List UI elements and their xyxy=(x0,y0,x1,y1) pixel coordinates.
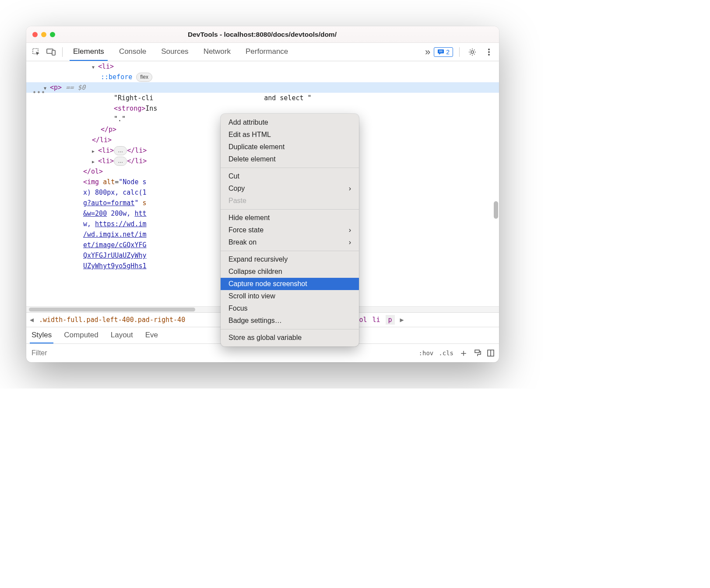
ctx-badge-settings[interactable]: Badge settings… xyxy=(221,315,359,327)
ellipsis-badge[interactable]: … xyxy=(114,146,127,155)
svg-rect-2 xyxy=(52,50,55,55)
ctx-break-on[interactable]: Break on› xyxy=(221,236,359,248)
dom-node[interactable]: </li> xyxy=(92,136,112,144)
url-link[interactable]: &w=200 xyxy=(83,210,107,217)
ctx-expand-recursively[interactable]: Expand recursively xyxy=(221,253,359,266)
tab-network[interactable]: Network xyxy=(200,43,234,61)
inspect-icon[interactable] xyxy=(30,46,43,59)
settings-icon[interactable] xyxy=(466,46,479,59)
ctx-store-global[interactable]: Store as global variable xyxy=(221,332,359,344)
ctx-duplicate-element[interactable]: Duplicate element xyxy=(221,141,359,153)
titlebar: DevTools - localhost:8080/docs/devtools/… xyxy=(26,26,499,43)
dom-node[interactable]: <strong> xyxy=(114,105,145,112)
breadcrumb-item[interactable]: p xyxy=(386,315,395,325)
dom-selected-node[interactable]: <p> xyxy=(50,84,62,91)
breadcrumb-item[interactable]: ol xyxy=(359,316,367,324)
kebab-menu-icon[interactable] xyxy=(482,46,496,59)
context-menu: Add attribute Edit as HTML Duplicate ele… xyxy=(221,114,359,346)
pseudo-before[interactable]: ::before xyxy=(101,73,132,81)
panel-tabs: Elements Console Sources Network Perform… xyxy=(70,43,292,61)
breadcrumb-item[interactable]: li xyxy=(372,316,380,324)
submenu-arrow-icon: › xyxy=(349,238,351,246)
submenu-arrow-icon: › xyxy=(349,185,351,192)
vertical-scrollbar[interactable] xyxy=(494,201,498,219)
filter-input[interactable] xyxy=(31,349,118,357)
svg-point-7 xyxy=(488,49,490,50)
styles-filter-row: :hov .cls ＋ xyxy=(26,344,499,362)
issues-count: 2 xyxy=(446,49,450,56)
devtools-window: DevTools - localhost:8080/docs/devtools/… xyxy=(26,26,499,362)
new-style-rule-icon[interactable]: ＋ xyxy=(459,346,468,360)
ellipsis-badge[interactable]: … xyxy=(114,157,127,166)
url-link[interactable]: g?auto=format xyxy=(83,199,134,207)
tab-elements[interactable]: Elements xyxy=(70,43,108,61)
tab-sources[interactable]: Sources xyxy=(158,43,192,61)
svg-point-8 xyxy=(488,51,490,53)
ctx-collapse-children[interactable]: Collapse children xyxy=(221,266,359,278)
scroll-left-icon[interactable]: ◀ xyxy=(30,316,34,324)
flex-badge[interactable]: flex xyxy=(136,73,152,82)
collapsed-node[interactable]: <li> xyxy=(98,147,114,154)
ctx-focus[interactable]: Focus xyxy=(221,302,359,315)
issues-badge[interactable]: 2 xyxy=(434,47,453,57)
text-node[interactable]: and select " xyxy=(264,94,311,102)
submenu-arrow-icon: › xyxy=(349,226,351,234)
ctx-cut[interactable]: Cut xyxy=(221,170,359,182)
url-link[interactable]: htt xyxy=(134,210,146,217)
subtab-layout[interactable]: Layout xyxy=(109,327,135,343)
subtab-styles[interactable]: Styles xyxy=(30,327,53,343)
text-node[interactable]: Ins xyxy=(145,105,157,112)
img-node[interactable]: <img xyxy=(83,178,99,186)
svg-rect-10 xyxy=(475,350,479,353)
toolbar: Elements Console Sources Network Perform… xyxy=(26,43,499,61)
chat-icon xyxy=(437,49,444,55)
svg-point-9 xyxy=(488,54,490,56)
breadcrumb-item[interactable]: .width-full.pad-left-400.pad-right-40 xyxy=(39,316,185,324)
dom-node[interactable]: <li> xyxy=(98,63,114,70)
ctx-paste: Paste xyxy=(221,195,359,207)
tab-console[interactable]: Console xyxy=(116,43,150,61)
ctx-delete-element[interactable]: Delete element xyxy=(221,153,359,165)
subtab-computed[interactable]: Computed xyxy=(62,327,100,343)
window-title: DevTools - localhost:8080/docs/devtools/… xyxy=(32,31,493,38)
collapsed-node[interactable]: <li> xyxy=(98,157,114,165)
device-toolbar-icon[interactable] xyxy=(45,46,58,59)
svg-point-6 xyxy=(471,51,474,53)
more-tabs-icon[interactable]: » xyxy=(425,46,430,58)
hov-toggle[interactable]: :hov xyxy=(419,350,434,357)
ctx-capture-node-screenshot[interactable]: Capture node screenshot xyxy=(221,278,359,290)
ctx-edit-as-html[interactable]: Edit as HTML xyxy=(221,129,359,141)
row-actions-icon[interactable]: ••• xyxy=(32,88,46,98)
ctx-force-state[interactable]: Force state› xyxy=(221,224,359,236)
ctx-copy[interactable]: Copy› xyxy=(221,182,359,195)
subtab-events-cut[interactable]: Eve xyxy=(144,327,160,343)
scroll-right-icon[interactable]: ▶ xyxy=(400,316,404,324)
url-link[interactable]: UZyWhyt9yo5gHhs1 xyxy=(83,262,147,270)
url-link[interactable]: QxYFGJrUUaUZyWhy xyxy=(83,252,147,259)
url-link[interactable]: et/image/cGQxYFG xyxy=(83,241,147,249)
ctx-add-attribute[interactable]: Add attribute xyxy=(221,116,359,129)
text-node[interactable]: "Right-cli xyxy=(114,94,153,102)
computed-panel-icon[interactable] xyxy=(487,349,495,357)
url-link[interactable]: https://wd.im xyxy=(95,220,146,228)
tab-performance[interactable]: Performance xyxy=(242,43,292,61)
dom-node[interactable]: </p> xyxy=(101,126,116,133)
selection-marker: == $0 xyxy=(66,84,85,91)
dom-node[interactable]: </ol> xyxy=(83,168,103,175)
svg-rect-3 xyxy=(438,49,444,53)
ctx-scroll-into-view[interactable]: Scroll into view xyxy=(221,290,359,302)
text-node[interactable]: "." xyxy=(114,115,126,123)
url-link[interactable]: /wd.imgix.net/im xyxy=(83,231,147,238)
cls-toggle[interactable]: .cls xyxy=(439,350,453,357)
ctx-hide-element[interactable]: Hide element xyxy=(221,212,359,224)
paint-icon[interactable] xyxy=(474,349,482,357)
